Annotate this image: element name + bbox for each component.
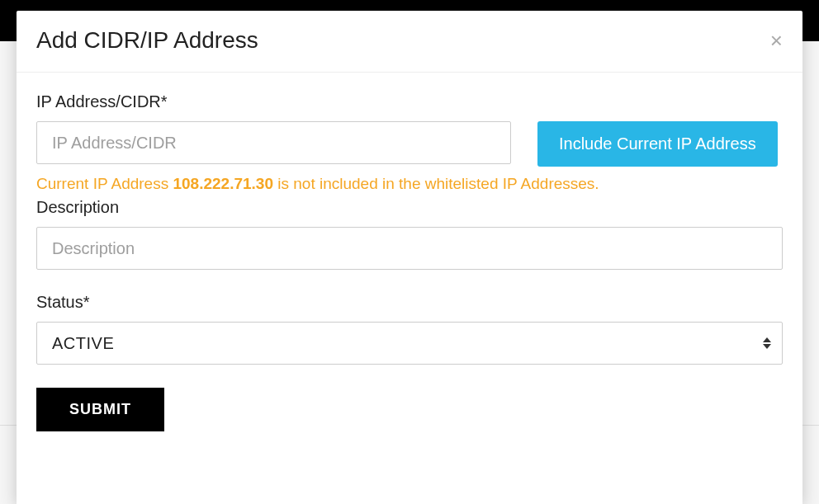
include-current-ip-button[interactable]: Include Current IP Address (537, 121, 778, 167)
ip-address-input[interactable] (36, 121, 511, 164)
submit-button[interactable]: SUBMIT (36, 388, 164, 431)
add-cidr-modal: Add CIDR/IP Address × IP Address/CIDR* I… (17, 11, 802, 504)
modal-body: IP Address/CIDR* Include Current IP Addr… (17, 73, 802, 431)
warning-prefix: Current IP Address (36, 175, 173, 192)
ip-input-row: Include Current IP Address (36, 121, 783, 167)
ip-warning-message: Current IP Address 108.222.71.30 is not … (36, 175, 783, 193)
description-label: Description (36, 198, 783, 217)
current-ip-value: 108.222.71.30 (173, 175, 273, 192)
status-label: Status* (36, 293, 783, 312)
status-select-wrapper: ACTIVE (36, 322, 783, 365)
ip-address-label: IP Address/CIDR* (36, 92, 783, 111)
close-icon: × (770, 28, 783, 53)
modal-title: Add CIDR/IP Address (36, 27, 258, 54)
warning-suffix: is not included in the whitelisted IP Ad… (273, 175, 599, 192)
modal-header: Add CIDR/IP Address × (17, 11, 802, 73)
close-button[interactable]: × (770, 30, 783, 51)
status-select[interactable]: ACTIVE (36, 322, 783, 365)
description-input[interactable] (36, 227, 783, 270)
